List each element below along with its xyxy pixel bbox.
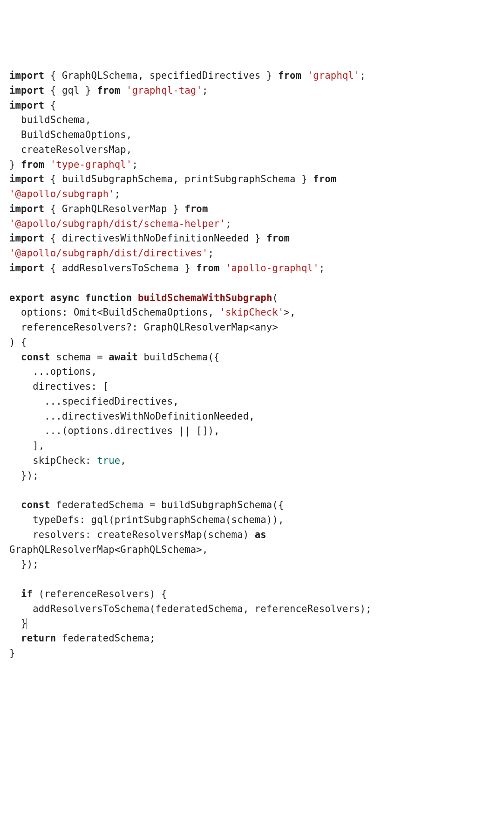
code-token: ; [208,248,214,259]
code-token: function [85,292,132,303]
code-token [80,292,86,303]
code-token: await [109,351,138,363]
code-token: >, [284,307,295,318]
code-token: directives: [ [9,381,109,392]
code-token: from [97,85,120,96]
code-token: ; [115,188,121,200]
code-token: ...specifiedDirectives, [9,396,179,407]
code-token: true [97,455,120,466]
code-token: buildSchema({ [138,351,220,363]
code-token: buildSchemaWithSubgraph [138,292,272,303]
code-token: if [21,588,33,599]
code-token: ; [132,159,138,170]
code-token: federatedSchema; [56,633,155,644]
code-token: ...options, [9,366,97,377]
code-token: } [9,648,15,659]
code-token: { GraphQLSchema, specifiedDirectives } [44,70,278,81]
code-token: } [9,618,27,629]
code-token: '@apollo/subgraph/dist/schema-helper' [9,218,225,229]
code-token [9,633,21,644]
code-token: 'apollo-graphql' [225,262,319,274]
code-token: '@apollo/subgraph' [9,188,115,200]
code-token: from [184,203,208,214]
code-token: from [196,262,219,274]
code-token: (referenceResolvers) { [33,588,167,599]
code-token [44,292,50,303]
code-token: import [9,233,44,244]
code-token: from [278,70,301,81]
code-token: import [9,70,44,81]
code-token: { GraphQLResolverMap } [44,203,184,214]
code-token: skipCheck: [9,455,97,466]
code-token: as [255,529,266,540]
code-token: { addResolversToSchema } [44,262,196,274]
code-token: resolvers: createResolversMap(schema) [9,529,255,540]
code-token: import [9,203,44,214]
code-token: BuildSchemaOptions, [9,129,132,140]
code-token: return [21,633,56,644]
code-token: createResolversMap, [9,144,132,155]
code-token [9,588,21,599]
code-token: ...directivesWithNoDefinitionNeeded, [9,411,255,422]
code-token: from [266,233,290,244]
code-token: }); [9,558,39,570]
code-token [44,159,50,170]
code-token: , [120,455,126,466]
code-token: schema = [50,351,109,363]
code-token [9,499,21,510]
code-token: { gql } [44,85,97,96]
code-token: import [9,262,44,274]
text-cursor [27,618,27,629]
code-token: referenceResolvers?: GraphQLResolverMap<… [9,322,278,333]
code-token: const [21,499,50,510]
code-token: from [313,173,336,185]
code-token: 'type-graphql' [50,159,132,170]
code-token [9,351,21,363]
code-token: } [9,159,21,170]
code-token: GraphQLResolverMap<GraphQLSchema>, [9,544,208,555]
code-token: ; [225,218,232,229]
code-token: import [9,100,44,111]
code-token: ], [9,440,44,451]
code-token: 'graphql-tag' [126,85,202,96]
code-token: ( [272,292,278,303]
code-token [301,70,307,81]
code-token: from [21,159,44,170]
code-token: options: Omit<BuildSchemaOptions, [9,307,220,318]
code-token: buildSchema, [9,114,91,125]
code-token: ; [360,70,366,81]
code-token: const [21,351,50,363]
code-token: import [9,85,44,96]
code-token: async [50,292,80,303]
code-block: import { GraphQLSchema, specifiedDirecti… [9,69,495,661]
code-token: 'graphql' [307,70,360,81]
code-token: ; [202,85,208,96]
code-token: 'skipCheck' [220,307,284,318]
code-token: import [9,173,44,185]
code-token: ) { [9,337,27,348]
code-token: }); [9,470,39,481]
code-token: export [9,292,44,303]
code-token: ; [319,262,325,274]
code-token [120,85,126,96]
code-token: '@apollo/subgraph/dist/directives' [9,248,208,259]
code-token: typeDefs: gql(printSubgraphSchema(schema… [9,514,284,525]
code-token [132,292,138,303]
code-token: addResolversToSchema(federatedSchema, re… [9,603,372,614]
code-token: { [44,100,56,111]
code-token: { buildSubgraphSchema, printSubgraphSche… [44,173,313,185]
code-token: federatedSchema = buildSubgraphSchema({ [50,499,284,510]
code-token: ...(options.directives || []), [9,425,220,436]
code-token: { directivesWithNoDefinitionNeeded } [44,233,266,244]
code-token [220,262,226,274]
